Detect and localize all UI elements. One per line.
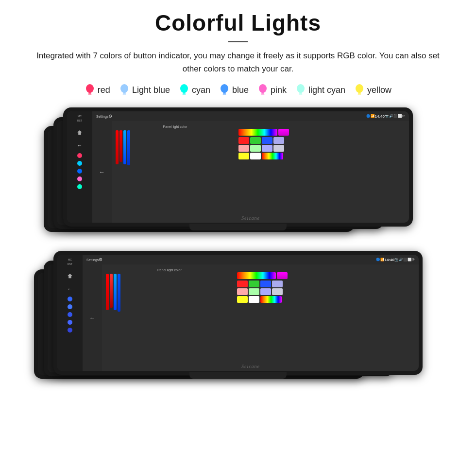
bottom-display-row: MCRST ← MCRST	[19, 251, 457, 394]
svg-point-6	[180, 84, 188, 93]
bulb-icon	[219, 83, 230, 97]
bottom-color-bars	[106, 274, 233, 310]
svg-point-9	[221, 84, 228, 93]
description-text: Integrated with 7 colors of button indic…	[29, 49, 447, 75]
displays-section: MCRST ← MCRST	[19, 107, 457, 394]
svg-rect-19	[358, 92, 361, 94]
svg-rect-8	[182, 94, 186, 95]
svg-rect-5	[122, 94, 126, 95]
color-list: red Light blue cyan blue	[19, 83, 457, 97]
bottom-nav: ←	[83, 264, 102, 371]
top-display-row: MCRST ← MCRST	[19, 107, 457, 246]
bulb-icon	[85, 83, 95, 97]
top-nav: ←	[92, 121, 112, 223]
bottom-time-display: 14:40	[385, 258, 394, 262]
color-item-cyan: cyan	[179, 83, 210, 97]
top-screen: MCRST ← Settings ⚙	[67, 111, 409, 223]
color-label: blue	[232, 85, 249, 95]
top-device-base	[189, 224, 287, 230]
bulb-icon	[179, 83, 189, 97]
svg-rect-16	[299, 92, 302, 94]
bottom-panel-label: Panel light color	[106, 268, 233, 272]
svg-rect-4	[123, 92, 126, 94]
panel-label: Panel light color	[116, 125, 235, 128]
bottom-sidebar: MCRST ←	[57, 255, 83, 371]
color-item-Light-blue: Light blue	[119, 83, 170, 97]
color-item-pink: pink	[257, 83, 287, 97]
bottom-panel-section: Panel light color	[102, 264, 419, 371]
top-content-area: ← Panel light color	[92, 121, 409, 223]
color-item-yellow: yellow	[354, 83, 391, 97]
svg-point-3	[120, 84, 128, 93]
svg-rect-11	[222, 94, 226, 95]
svg-point-18	[356, 84, 363, 93]
top-panel-section: Panel light color	[112, 121, 409, 223]
color-label: Light blue	[132, 85, 170, 95]
color-bars	[116, 130, 235, 159]
svg-rect-17	[299, 94, 303, 95]
top-sidebar: MCRST ←	[67, 111, 92, 223]
bulb-icon	[257, 83, 268, 97]
color-label: pink	[271, 85, 287, 95]
bottom-main-content: Settings ⚙ 🔵 📶 14:40 📷 🔊 ⬛ ⬜ ⟳	[83, 255, 419, 371]
bulb-icon	[354, 83, 365, 97]
bottom-screen: MCRST ← Settings ⚙	[57, 255, 419, 371]
page-container: Colorful Lights Integrated with 7 colors…	[0, 0, 476, 457]
page-title: Colorful Lights	[19, 10, 457, 36]
svg-point-15	[297, 84, 305, 93]
top-device-stack: MCRST ← MCRST	[29, 107, 447, 246]
watermark-bottom: Seicane	[241, 364, 260, 369]
title-divider	[228, 41, 248, 42]
color-item-light-cyan: light cyan	[295, 83, 345, 97]
top-status-bar: Settings ⚙ 🔵 📶 14:40 📷 🔊 ⬛ ⬜ ⟳	[92, 111, 409, 121]
color-label: cyan	[192, 85, 210, 95]
bulb-icon	[119, 83, 130, 97]
time-display: 14:40	[375, 114, 385, 119]
svg-point-0	[86, 84, 94, 93]
svg-point-12	[259, 84, 267, 93]
bottom-device-base	[189, 372, 287, 379]
bottom-status-bar: Settings ⚙ 🔵 📶 14:40 📷 🔊 ⬛ ⬜ ⟳	[83, 255, 419, 264]
bottom-content-area: ← Panel light color	[83, 264, 419, 371]
svg-rect-2	[88, 94, 91, 95]
bottom-device-main: MCRST ← Settings ⚙	[53, 251, 423, 375]
svg-rect-7	[183, 92, 186, 94]
bottom-settings-label: Settings	[86, 258, 99, 262]
color-item-red: red	[85, 83, 110, 97]
svg-rect-10	[223, 92, 226, 94]
bulb-icon	[295, 83, 306, 97]
top-device-main: MCRST ← Settings ⚙	[63, 107, 413, 227]
color-label: yellow	[367, 85, 391, 95]
color-item-blue: blue	[219, 83, 249, 97]
settings-label: Settings	[96, 115, 108, 118]
color-label: red	[98, 85, 110, 95]
top-main-content: Settings ⚙ 🔵 📶 14:40 📷 🔊 ⬛ ⬜ ⟳	[92, 111, 409, 223]
svg-rect-20	[358, 94, 361, 95]
svg-rect-13	[261, 92, 264, 94]
svg-rect-14	[261, 94, 265, 95]
color-label: light cyan	[308, 85, 345, 95]
svg-rect-1	[88, 92, 91, 94]
watermark-top: Seicane	[241, 215, 260, 221]
bottom-device-stack: MCRST ← MCRST	[29, 251, 447, 394]
